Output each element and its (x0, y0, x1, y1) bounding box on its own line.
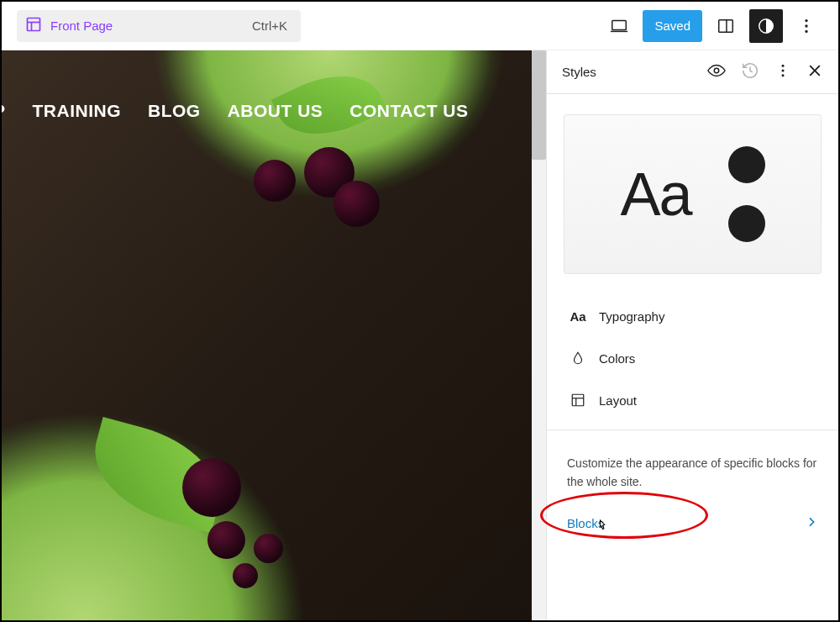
blocks-button[interactable]: Blocks (547, 502, 838, 546)
svg-point-13 (782, 69, 785, 71)
editor-canvas[interactable]: P TRAINING BLOG ABOUT US CONTACT US (2, 50, 546, 620)
menu-item-label: Typography (599, 309, 664, 324)
menu-item-colors[interactable]: Colors (547, 337, 838, 379)
view-desktop-button[interactable] (602, 9, 636, 43)
typography-icon: Aa (569, 309, 587, 324)
berry-decoration (207, 521, 245, 559)
sidebar-title: Styles (562, 65, 596, 79)
menu-item-layout[interactable]: Layout (547, 379, 838, 421)
svg-point-10 (805, 29, 807, 32)
scrollbar-thumb[interactable] (532, 50, 546, 160)
menu-item-label: Colors (599, 351, 635, 366)
styles-menu: Aa Typography Colors Layout (547, 287, 838, 430)
nav-item[interactable]: TRAINING (33, 101, 122, 121)
revisions-icon[interactable] (741, 61, 759, 83)
drop-icon (569, 351, 587, 366)
style-preview[interactable]: Aa (564, 114, 822, 274)
page-selector[interactable]: Front Page Ctrl+K (17, 10, 301, 42)
nav-item[interactable]: CONTACT US (349, 101, 468, 121)
layout-icon (25, 16, 42, 36)
svg-rect-3 (612, 20, 627, 29)
svg-rect-5 (719, 19, 733, 32)
more-options-button[interactable] (790, 9, 823, 43)
berry-decoration (233, 563, 258, 588)
nav-item[interactable]: BLOG (148, 101, 201, 121)
sidebar-header: Styles (547, 50, 838, 94)
berry-decoration (333, 181, 380, 227)
svg-point-9 (805, 24, 807, 27)
shortcut-hint: Ctrl+K (252, 18, 287, 33)
chevron-right-icon (805, 515, 818, 532)
styles-sidebar: Styles Aa (546, 50, 838, 620)
sidebar-toggle-button[interactable] (709, 9, 743, 43)
color-swatch (728, 205, 765, 242)
berry-decoration (254, 160, 296, 202)
berry-decoration (182, 458, 241, 517)
layout-icon (569, 393, 587, 408)
nav-item[interactable]: ABOUT US (228, 101, 323, 121)
saved-label: Saved (654, 18, 690, 33)
main-area: P TRAINING BLOG ABOUT US CONTACT US Styl… (2, 50, 838, 620)
svg-point-12 (782, 64, 785, 66)
page-name: Front Page (50, 18, 113, 33)
svg-point-8 (805, 18, 807, 21)
saved-button[interactable]: Saved (643, 10, 702, 42)
blocks-description: Customize the appearance of specific blo… (547, 430, 838, 502)
svg-point-11 (714, 68, 719, 73)
site-navigation[interactable]: P TRAINING BLOG ABOUT US CONTACT US (2, 101, 521, 121)
berry-decoration (254, 534, 283, 563)
color-swatch (728, 146, 765, 183)
close-icon[interactable] (806, 62, 823, 82)
styles-toggle-button[interactable] (749, 9, 783, 43)
menu-item-label: Layout (599, 393, 637, 408)
blocks-label: Blocks (567, 516, 604, 530)
more-icon[interactable] (774, 62, 791, 82)
nav-item[interactable]: P (2, 101, 6, 121)
eye-icon[interactable] (707, 61, 726, 83)
top-toolbar: Front Page Ctrl+K Saved (2, 2, 838, 50)
svg-rect-0 (28, 18, 40, 30)
menu-item-typography[interactable]: Aa Typography (547, 296, 838, 337)
preview-color-swatches (728, 146, 765, 242)
svg-point-14 (782, 74, 785, 76)
preview-typography: Aa (620, 160, 690, 229)
svg-rect-17 (572, 394, 584, 406)
